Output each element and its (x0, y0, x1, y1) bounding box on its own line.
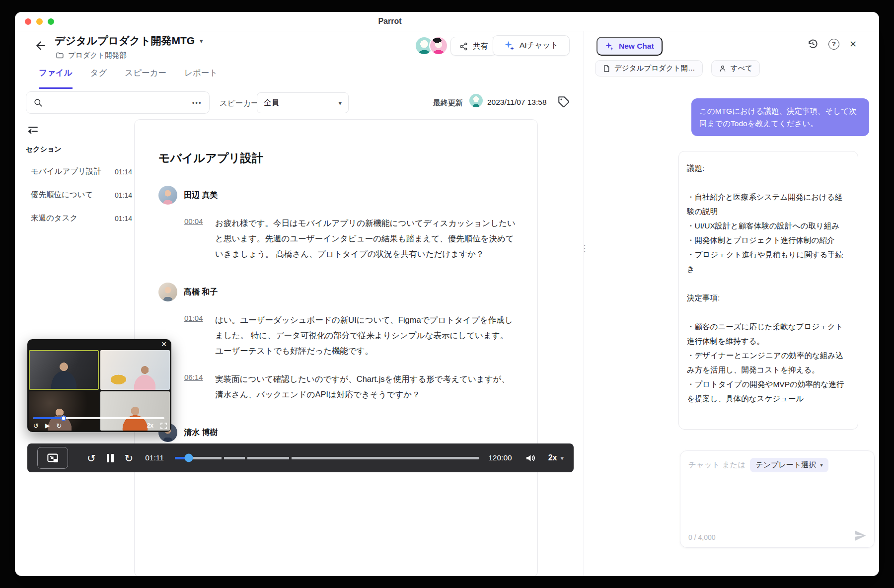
current-time: 01:11 (145, 453, 164, 462)
last-updated-label: 最終更新 (433, 98, 463, 108)
seek-thumb[interactable] (185, 454, 193, 462)
chat-speaker-chip[interactable]: すべて (711, 60, 760, 76)
chat-source-chip[interactable]: デジタルプロダクト開… (595, 60, 703, 76)
transcript-segment: 01:04 はい。ユーザーダッシュボードの新UIについて、Figmaでプロトタイ… (184, 312, 516, 359)
transcript-segment: 00:04 お疲れ様です。今日はモバイルアプリの新機能についてディスカッションし… (184, 216, 516, 262)
speaker-select[interactable]: 全員 ▾ (257, 92, 349, 113)
member-avatars[interactable] (415, 36, 448, 55)
segment-text: はい。ユーザーダッシュボードの新UIについて、Figmaでプロトタイプを作成しま… (215, 312, 516, 359)
transcript-segment: 06:14 実装面について確認したいのですが、Chart.jsを使用する形で考え… (184, 371, 516, 402)
video-speed-button[interactable]: 2x (147, 422, 153, 429)
speaker-row: 清水 博樹 (158, 423, 516, 442)
timestamp-link[interactable]: 00:04 (184, 216, 207, 262)
close-icon[interactable]: ✕ (161, 340, 167, 348)
new-chat-button[interactable]: New Chat (596, 37, 663, 56)
picture-in-picture-icon (46, 451, 60, 465)
avatar (429, 36, 448, 55)
tag-icon (557, 95, 570, 108)
search-input[interactable] (48, 98, 187, 107)
playback-bar: ↺ ↻ 01:11 120:00 2x ▾ (27, 443, 574, 472)
more-options-icon[interactable]: ••• (192, 99, 202, 106)
folder-name: プロダクト開発部 (68, 51, 127, 60)
seek-bar[interactable] (175, 457, 479, 459)
share-icon (459, 42, 468, 51)
tab-reports[interactable]: レポート (184, 68, 218, 89)
minimize-window-button[interactable] (36, 18, 43, 25)
speaker-name: 田辺 真美 (184, 190, 218, 201)
chapter-divider (289, 457, 292, 459)
meeting-title-block[interactable]: デジタルプロダクト開発MTG ▾ (55, 34, 203, 48)
video-progress-bar[interactable] (33, 417, 164, 419)
collapse-sidebar-button[interactable] (27, 124, 39, 137)
chevron-down-icon: ▾ (560, 454, 564, 462)
tab-tags[interactable]: タグ (90, 68, 107, 89)
video-overlay[interactable]: ✕ ↺ ▶ ↻ 2x (27, 339, 171, 432)
speaker-avatar (158, 283, 177, 301)
chevron-down-icon: ▾ (820, 462, 823, 468)
transcript-panel: モバイルアプリ設計 田辺 真美 00:04 お疲れ様です。今日はモバイルアプリの… (134, 119, 538, 576)
speaker-name: 髙橋 和子 (184, 287, 218, 297)
share-button[interactable]: 共有 (450, 37, 497, 56)
close-panel-icon[interactable]: ✕ (849, 39, 857, 50)
tag-button[interactable] (557, 95, 570, 108)
send-button[interactable] (854, 529, 867, 542)
folder-icon (56, 51, 64, 60)
tab-speakers[interactable]: スピーカー (125, 68, 166, 89)
section-time: 01:14 (115, 191, 132, 199)
chevron-down-icon: ▾ (338, 99, 342, 107)
search-icon (33, 98, 43, 107)
section-label: 来週のタスク (26, 213, 77, 223)
chat-input-box[interactable]: チャット または テンプレート選択 ▾ 0 / 4,000 (680, 450, 875, 548)
forward-icon[interactable]: ↻ (56, 423, 62, 429)
back-button[interactable] (33, 38, 49, 54)
panel-resize-handle[interactable]: ⋮ (580, 246, 589, 251)
speed-value: 2x (548, 453, 557, 462)
maximize-window-button[interactable] (48, 18, 54, 25)
ai-chat-button[interactable]: AIチャット (493, 35, 570, 56)
fullscreen-icon[interactable] (160, 422, 167, 430)
rewind-icon[interactable]: ↺ (33, 423, 39, 429)
section-time: 01:14 (115, 215, 132, 222)
volume-button[interactable] (525, 452, 536, 464)
speed-button[interactable]: 2x ▾ (548, 453, 564, 462)
traffic-lights (25, 18, 54, 25)
chat-input-row: チャット または テンプレート選択 ▾ (688, 458, 828, 472)
video-controls: ↺ ▶ ↻ 2x (33, 420, 167, 431)
template-select-button[interactable]: テンプレート選択 ▾ (750, 458, 828, 472)
forward-icon[interactable]: ↻ (125, 453, 134, 463)
sections-heading: セクション (26, 145, 62, 154)
timestamp-link[interactable]: 01:04 (184, 312, 207, 359)
search-box[interactable]: ••• (26, 91, 210, 114)
section-item[interactable]: 来週のタスク 01:14 (26, 207, 132, 230)
user-message-bubble: このMTGにおける議題、決定事項、そして次回までのTodoを教えてください。 (691, 98, 869, 136)
pause-button[interactable] (107, 454, 114, 462)
person-icon (719, 65, 727, 73)
last-updated-value: 2023/11/07 13:58 (487, 98, 547, 107)
play-icon[interactable]: ▶ (45, 423, 50, 429)
picture-in-picture-button[interactable] (37, 447, 68, 469)
segment-text: 実装面について確認したいのですが、Chart.jsを使用する形で考えていますが、… (215, 371, 516, 402)
ai-response-card: 議題: ・自社紹介と医療系システム開発における経験の説明 ・UI/UX設計と顧客… (678, 151, 858, 430)
chat-header-icons: ? ✕ (807, 38, 857, 50)
section-time: 01:14 (115, 168, 132, 176)
speaker-filter-label: スピーカー (220, 98, 259, 109)
section-item[interactable]: 優先順位について 01:14 (26, 183, 132, 207)
tab-files[interactable]: ファイル (39, 68, 73, 89)
section-label: モバイルアプリ設計 (26, 166, 101, 177)
back-arrow-icon (34, 39, 47, 52)
chapter-divider (245, 457, 247, 459)
sparkles-icon (605, 42, 614, 51)
rewind-icon[interactable]: ↺ (87, 453, 96, 463)
speaker-avatar (158, 186, 177, 205)
close-window-button[interactable] (25, 18, 31, 25)
section-item[interactable]: モバイルアプリ設計 01:14 (26, 160, 132, 183)
ai-chat-panel: New Chat ? ✕ デジタルプロダクト開… すべて (584, 31, 879, 576)
video-tile-active-speaker (29, 350, 99, 390)
timestamp-link[interactable]: 06:14 (184, 371, 207, 402)
meeting-title: デジタルプロダクト開発MTG (55, 34, 195, 48)
total-time: 120:00 (488, 453, 512, 462)
history-icon[interactable] (807, 38, 819, 50)
section-list: モバイルアプリ設計 01:14 優先順位について 01:14 来週のタスク 01… (26, 160, 132, 230)
tab-bar: ファイル タグ スピーカー レポート (39, 68, 218, 89)
help-icon[interactable]: ? (828, 39, 839, 50)
